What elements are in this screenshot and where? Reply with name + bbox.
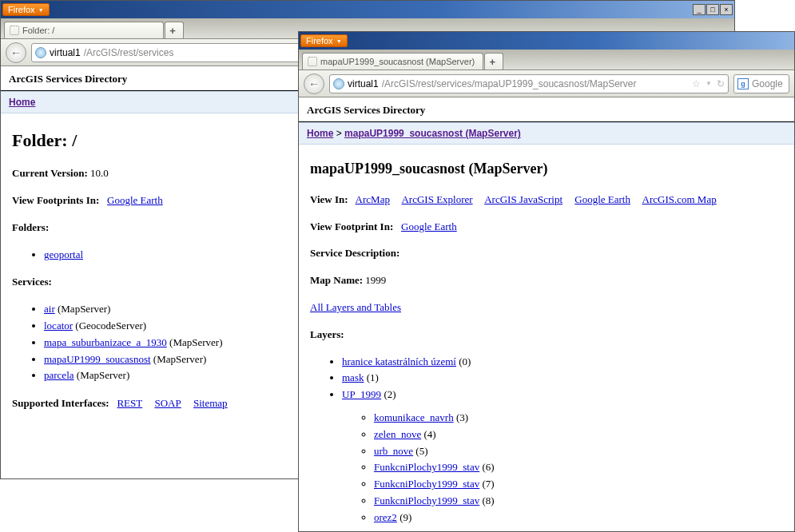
back-button[interactable]: ← xyxy=(6,42,26,63)
breadcrumb-home[interactable]: Home xyxy=(9,97,35,108)
firefox-label: Firefox xyxy=(8,5,35,14)
service-link[interactable]: parcela xyxy=(44,369,74,381)
breadcrumb-separator: > xyxy=(336,128,342,139)
list-item: FunkcniPlochy1999_stav (7) xyxy=(374,476,783,493)
breadcrumb: Home > mapaUP1999_soucasnost (MapServer) xyxy=(299,122,794,145)
service-link[interactable]: locator xyxy=(44,320,73,332)
browser-tab[interactable]: Folder: / xyxy=(4,22,164,38)
url-bar[interactable]: virtual1/ArcGIS/rest/services/mapaUP1999… xyxy=(329,74,729,93)
page-icon xyxy=(308,57,317,66)
nav-toolbar: ← virtual1/ArcGIS/rest/services/mapaUP19… xyxy=(299,70,794,97)
browser-tab[interactable]: mapaUP1999_soucasnost (MapServer) xyxy=(302,53,483,69)
page-content: ArcGIS Services Directory Home > mapaUP1… xyxy=(299,97,794,531)
minimize-button[interactable]: _ xyxy=(693,4,706,15)
sublayers-list: komunikace_navrh (3) zelen_nove (4) urb_… xyxy=(342,410,783,526)
service-description-label: Service Description: xyxy=(310,247,399,259)
google-earth-link[interactable]: Google Earth xyxy=(401,220,457,232)
view-in-link[interactable]: ArcGIS Explorer xyxy=(401,193,472,205)
tab-title: mapaUP1999_soucasnost (MapServer) xyxy=(320,57,475,66)
new-tab-button[interactable]: + xyxy=(165,22,184,38)
firefox-label: Firefox xyxy=(306,36,333,46)
google-icon: g xyxy=(737,78,749,89)
search-field[interactable]: g Google xyxy=(733,74,789,93)
url-path: /ArcGIS/rest/services/mapaUP1999_soucasn… xyxy=(382,78,637,89)
url-path: /ArcGIS/rest/services xyxy=(84,47,174,58)
browser-window-2: Firefox ▼ mapaUP1999_soucasnost (MapServ… xyxy=(298,31,795,532)
soap-link[interactable]: SOAP xyxy=(154,397,181,409)
all-layers-link[interactable]: All Layers and Tables xyxy=(310,301,401,313)
list-item: komunikace_navrh (3) xyxy=(374,410,783,427)
bookmark-icon[interactable]: ☆ xyxy=(692,78,701,89)
list-item: hranice katastrálních území (0) xyxy=(342,354,783,371)
tab-title: Folder: / xyxy=(22,26,54,35)
layer-link[interactable]: hranice katastrálních území xyxy=(342,355,456,367)
tab-strip: mapaUP1999_soucasnost (MapServer) + xyxy=(299,50,794,70)
globe-icon xyxy=(333,78,344,89)
page-icon xyxy=(10,26,19,35)
firefox-menu-button[interactable]: Firefox ▼ xyxy=(300,34,348,47)
list-item: mask (1) xyxy=(342,370,783,387)
new-tab-button[interactable]: + xyxy=(484,53,503,69)
layers-label: Layers: xyxy=(310,328,344,340)
view-in-link[interactable]: ArcGIS.com Map xyxy=(642,193,717,205)
firefox-menu-button[interactable]: Firefox ▼ xyxy=(2,3,50,16)
list-item: FunkcniPlochy1999_stav (8) xyxy=(374,493,783,510)
url-host: virtual1 xyxy=(348,78,379,89)
view-footprints-label: View Footprints In: xyxy=(12,194,99,206)
map-name-label: Map Name: xyxy=(310,274,363,286)
list-item: orez2 (9) xyxy=(374,510,783,526)
list-item: urb_nove (5) xyxy=(374,443,783,460)
google-earth-link[interactable]: Google Earth xyxy=(107,194,163,206)
service-link[interactable]: mapa_suburbanizace_a_1930 xyxy=(44,336,167,348)
list-item: FunkcniPlochy1999_stav (6) xyxy=(374,459,783,476)
rest-link[interactable]: REST xyxy=(117,397,142,409)
service-link[interactable]: air xyxy=(44,303,55,315)
reload-icon[interactable]: ↻ xyxy=(717,78,725,89)
sitemap-link[interactable]: Sitemap xyxy=(193,397,228,409)
current-version-value: 10.0 xyxy=(90,167,109,179)
chevron-down-icon: ▼ xyxy=(336,38,342,44)
breadcrumb-home[interactable]: Home xyxy=(307,128,333,139)
layer-link[interactable]: urb_nove xyxy=(374,445,413,457)
services-label: Services: xyxy=(12,276,52,288)
list-item: zelen_nove (4) xyxy=(374,427,783,443)
service-link[interactable]: mapaUP1999_soucasnost xyxy=(44,353,151,365)
close-button[interactable]: × xyxy=(720,4,733,15)
layer-link[interactable]: FunkcniPlochy1999_stav xyxy=(374,478,479,490)
globe-icon xyxy=(35,47,46,58)
search-placeholder: Google xyxy=(752,78,783,89)
folder-link[interactable]: geoportal xyxy=(44,248,83,260)
layer-link[interactable]: FunkcniPlochy1999_stav xyxy=(374,494,479,506)
folders-label: Folders: xyxy=(12,221,49,233)
page-body: mapaUP1999_soucasnost (MapServer) View I… xyxy=(299,145,794,531)
layer-link[interactable]: zelen_nove xyxy=(374,428,421,440)
window-controls: _ □ × xyxy=(692,4,733,15)
view-in-label: View In: xyxy=(310,193,348,205)
titlebar: Firefox ▼ xyxy=(299,32,794,50)
url-host: virtual1 xyxy=(50,47,81,58)
list-item: UP_1999 (2) komunikace_navrh (3) zelen_n… xyxy=(342,387,783,526)
breadcrumb-service[interactable]: mapaUP1999_soucasnost (MapServer) xyxy=(344,128,521,139)
maximize-button[interactable]: □ xyxy=(706,4,719,15)
layer-link[interactable]: mask xyxy=(342,371,364,383)
layer-link[interactable]: komunikace_navrh xyxy=(374,411,454,423)
layer-link[interactable]: orez2 xyxy=(374,511,397,523)
view-footprint-label: View Footprint In: xyxy=(310,220,393,232)
map-name-value: 1999 xyxy=(365,274,386,286)
view-in-link[interactable]: Google Earth xyxy=(574,193,630,205)
layer-link[interactable]: UP_1999 xyxy=(342,388,381,400)
dropdown-icon[interactable]: ▼ xyxy=(706,80,712,87)
layer-link[interactable]: FunkcniPlochy1999_stav xyxy=(374,461,479,473)
view-in-link[interactable]: ArcGIS JavaScript xyxy=(484,193,562,205)
supported-interfaces-label: Supported Interfaces: xyxy=(12,397,109,409)
page-title: mapaUP1999_soucasnost (MapServer) xyxy=(310,157,783,181)
titlebar: Firefox ▼ _ □ × xyxy=(1,1,734,18)
directory-heading: ArcGIS Services Directory xyxy=(299,97,794,122)
current-version-label: Current Version: xyxy=(12,167,88,179)
back-button[interactable]: ← xyxy=(304,73,324,94)
layers-list: hranice katastrálních území (0) mask (1)… xyxy=(310,354,783,526)
chevron-down-icon: ▼ xyxy=(38,7,44,13)
view-in-link[interactable]: ArcMap xyxy=(356,193,390,205)
